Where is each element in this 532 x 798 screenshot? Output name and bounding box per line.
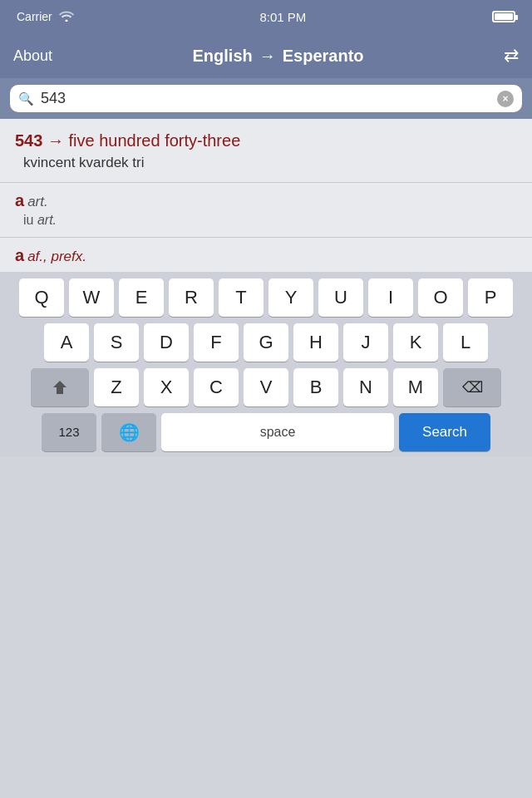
key-a[interactable]: A: [44, 323, 89, 362]
keyboard-bottom-row: 123 🌐 space Search: [3, 413, 529, 456]
space-key[interactable]: space: [161, 413, 394, 451]
carrier-text: Carrier: [17, 10, 52, 23]
key-j[interactable]: J: [343, 323, 388, 362]
result-small-sub: iu art.: [15, 210, 517, 230]
status-bar: Carrier 8:01 PM: [0, 0, 532, 33]
result-small-main: a art.: [15, 191, 517, 210]
result-number: 543: [15, 131, 42, 150]
key-w[interactable]: W: [69, 278, 114, 317]
clear-button[interactable]: ×: [497, 91, 514, 107]
target-language: Esperanto: [283, 47, 364, 66]
key-v[interactable]: V: [244, 368, 288, 406]
result-pos-art: art.: [27, 194, 48, 210]
key-t[interactable]: T: [219, 278, 264, 317]
result-sub-pos: art.: [37, 213, 57, 227]
shift-key[interactable]: [31, 368, 89, 406]
key-o[interactable]: O: [418, 278, 463, 317]
result-main-543: 543 → five hundred forty-three: [15, 129, 517, 152]
status-bar-left: Carrier: [17, 10, 74, 24]
key-l[interactable]: L: [443, 323, 488, 362]
keyboard-row-2: A S D F G H J K L: [3, 323, 529, 362]
key-g[interactable]: G: [244, 323, 288, 362]
search-button[interactable]: Search: [399, 413, 490, 451]
result-pos-afprefx: af., prefx.: [27, 249, 86, 265]
key-f[interactable]: F: [194, 323, 239, 362]
direction-arrow: →: [259, 47, 276, 66]
result-letter-a2: a: [15, 246, 24, 265]
result-red-main: a af., prefx.: [15, 246, 517, 265]
key-s[interactable]: S: [94, 323, 139, 362]
result-letter-a: a: [15, 191, 24, 210]
result-sub-iu: iu: [23, 213, 37, 227]
result-english: five hundred forty-three: [69, 131, 241, 150]
battery-icon: [492, 11, 515, 22]
keyboard: Q W E R T Y U I O P A S D F G H J K L Z …: [0, 272, 532, 456]
key-r[interactable]: R: [169, 278, 214, 317]
status-bar-right: [492, 11, 515, 22]
result-item-a-prefx[interactable]: a af., prefx.: [0, 238, 532, 272]
key-u[interactable]: U: [318, 278, 363, 317]
result-item-543[interactable]: 543 → five hundred forty-three kvincent …: [0, 119, 532, 183]
results-list: 543 → five hundred forty-three kvincent …: [0, 119, 532, 272]
key-q[interactable]: Q: [19, 278, 64, 317]
search-input[interactable]: [41, 90, 490, 107]
key-z[interactable]: Z: [94, 368, 139, 406]
about-button[interactable]: About: [13, 47, 52, 65]
wifi-icon: [59, 10, 74, 24]
key-n[interactable]: N: [343, 368, 388, 406]
nav-bar: About English → Esperanto ⇄: [0, 33, 532, 78]
numbers-key[interactable]: 123: [42, 413, 96, 451]
result-esperanto: kvincent kvardek tri: [15, 152, 517, 174]
key-p[interactable]: P: [468, 278, 513, 317]
search-input-wrapper: 🔍 ×: [10, 85, 522, 112]
key-c[interactable]: C: [194, 368, 239, 406]
globe-key[interactable]: 🌐: [101, 413, 156, 451]
keyboard-row-1: Q W E R T Y U I O P: [3, 278, 529, 317]
key-k[interactable]: K: [393, 323, 438, 362]
key-h[interactable]: H: [293, 323, 338, 362]
key-x[interactable]: X: [144, 368, 189, 406]
delete-key[interactable]: ⌫: [443, 368, 501, 406]
search-icon: 🔍: [18, 91, 34, 106]
nav-title: English → Esperanto: [193, 47, 364, 66]
key-d[interactable]: D: [144, 323, 189, 362]
search-bar: 🔍 ×: [0, 78, 532, 119]
key-y[interactable]: Y: [268, 278, 313, 317]
source-language: English: [193, 47, 253, 66]
key-i[interactable]: I: [368, 278, 413, 317]
keyboard-row-3: Z X C V B N M ⌫: [3, 368, 529, 406]
key-b[interactable]: B: [293, 368, 338, 406]
result-arrow: →: [47, 131, 69, 150]
swap-button[interactable]: ⇄: [504, 45, 519, 66]
key-e[interactable]: E: [119, 278, 164, 317]
status-time: 8:01 PM: [259, 10, 306, 24]
key-m[interactable]: M: [393, 368, 438, 406]
result-item-a-art[interactable]: a art. iu art.: [0, 183, 532, 238]
